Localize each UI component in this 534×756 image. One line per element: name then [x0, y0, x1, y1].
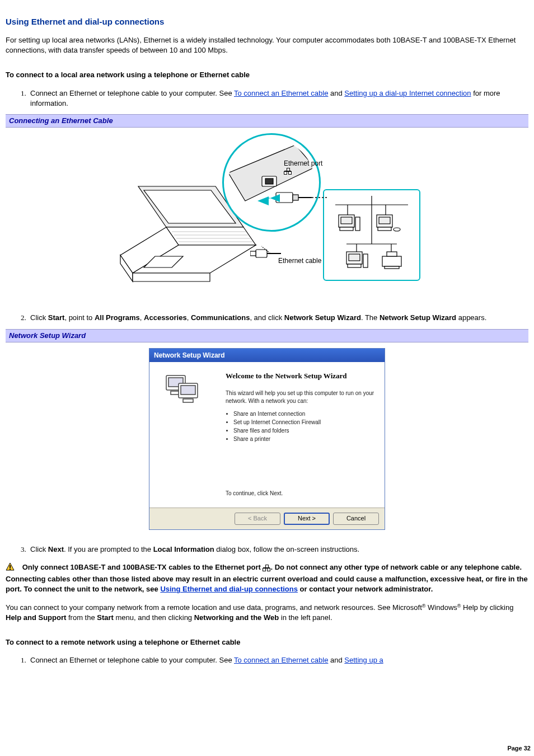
remote-paragraph: You can connect to your company network …	[6, 603, 528, 623]
intro-paragraph: For setting up local area networks (LANs…	[6, 35, 528, 55]
ethernet-cable-label: Ethernet cable	[278, 256, 321, 266]
wizard-sidebar	[149, 362, 222, 508]
svg-rect-33	[378, 227, 391, 231]
page-title: Using Ethernet and dial-up connections	[6, 16, 528, 27]
figure-caption-2: Network Setup Wizard	[6, 329, 528, 342]
svg-point-34	[394, 228, 400, 231]
svg-rect-51	[181, 386, 195, 395]
wizard-cancel-button[interactable]: Cancel	[333, 513, 379, 524]
svg-rect-52	[183, 399, 193, 402]
wizard-feature-item: Share a printer	[233, 435, 374, 443]
svg-rect-16	[293, 195, 298, 200]
link-dialup-setup-2[interactable]: Setting up a	[344, 656, 383, 664]
svg-rect-20	[250, 251, 256, 256]
step-2: Click Start, point to All Programs, Acce…	[28, 313, 528, 323]
wizard-feature-list: Share an Internet connection Set up Inte…	[226, 410, 374, 444]
step-3: Click Next. If you are prompted to the L…	[28, 544, 528, 555]
wizard-description: This wizard will help you set up this co…	[226, 389, 374, 405]
svg-rect-42	[363, 254, 368, 267]
svg-rect-14	[265, 179, 273, 184]
ethernet-port-icon	[284, 168, 292, 175]
svg-rect-32	[379, 217, 390, 224]
svg-rect-41	[348, 264, 361, 267]
svg-rect-54	[10, 565, 11, 568]
wizard-heading: Welcome to the Network Setup Wizard	[226, 371, 374, 381]
ethernet-port-label: Ethernet port	[284, 160, 322, 175]
figure-network-wizard: Network Setup Wizard Welcome to the Netw…	[6, 348, 528, 530]
step-r1: Connect an Ethernet or telephone cable t…	[28, 655, 528, 665]
link-dialup-setup[interactable]: Setting up a dial-up Internet connection	[344, 89, 471, 97]
subheading-remote: To connect to a remote network using a t…	[6, 637, 528, 647]
wizard-feature-item: Share an Internet connection	[233, 410, 374, 418]
zoom-circle	[222, 133, 321, 232]
svg-rect-29	[340, 227, 353, 231]
svg-marker-6	[133, 273, 210, 281]
svg-marker-2	[166, 227, 256, 245]
svg-rect-43	[382, 256, 401, 266]
svg-rect-40	[349, 254, 360, 261]
step-1: Connect an Ethernet or telephone cable t…	[28, 88, 528, 109]
wizard-feature-item: Share files and folders	[233, 427, 374, 435]
wizard-titlebar: Network Setup Wizard	[149, 349, 385, 363]
link-connect-ethernet[interactable]: To connect an Ethernet cable	[234, 89, 328, 97]
svg-rect-19	[256, 250, 267, 257]
svg-marker-18	[257, 194, 280, 205]
ethernet-port-icon	[263, 565, 270, 571]
svg-rect-55	[10, 569, 11, 570]
link-connect-ethernet-2[interactable]: To connect an Ethernet cable	[234, 656, 328, 664]
subheading-lan: To connect to a local area network using…	[6, 70, 528, 80]
wizard-back-button: < Back	[235, 513, 280, 524]
warning-icon	[6, 562, 15, 574]
figure-ethernet-cable: Ethernet port Ethernet cable	[6, 133, 528, 298]
svg-rect-30	[355, 217, 360, 231]
svg-rect-28	[341, 217, 352, 224]
network-diagram	[323, 189, 420, 281]
wizard-continue-text: To continue, click Next.	[226, 490, 374, 497]
svg-rect-45	[385, 266, 399, 269]
link-ethernet-dialup[interactable]: Using Ethernet and dial-up connections	[160, 585, 298, 593]
wizard-next-button[interactable]: Next >	[284, 513, 330, 524]
wizard-window: Network Setup Wizard Welcome to the Netw…	[149, 348, 385, 530]
wizard-feature-item: Set up Internet Connection Firewall	[233, 419, 374, 426]
warning-note: Only connect 10BASE-T and 100BASE-TX cab…	[6, 562, 528, 595]
figure-caption-1: Connecting an Ethernet Cable	[6, 114, 528, 128]
svg-rect-44	[387, 252, 397, 256]
